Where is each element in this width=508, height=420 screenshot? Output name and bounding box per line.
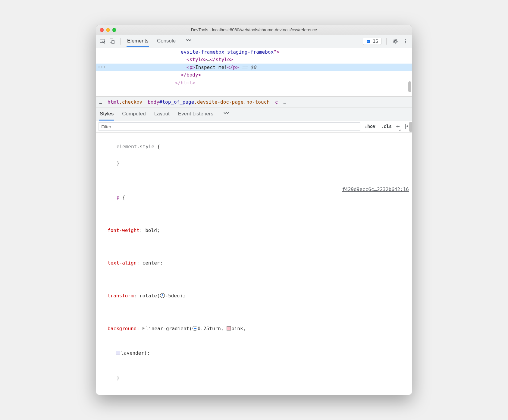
tab-event-listeners[interactable]: Event Listeners (177, 108, 214, 121)
angle-swatch-icon[interactable] (160, 293, 165, 298)
dom-tree[interactable]: evsite-framebox staging-framebox"> <styl… (96, 48, 412, 96)
svg-point-7 (405, 41, 406, 42)
breadcrumb: … html.checkov body#top_of_page.devsite-… (96, 96, 412, 108)
scrollbar-thumb[interactable] (409, 122, 412, 132)
minimize-window-button[interactable] (106, 28, 110, 32)
svg-point-8 (405, 42, 406, 43)
new-style-rule-icon[interactable]: + (396, 123, 400, 130)
tab-computed[interactable]: Computed (121, 108, 146, 121)
main-toolbar: Elements Console 15 (96, 35, 412, 48)
svg-rect-5 (367, 42, 369, 42)
kebab-menu-icon[interactable] (402, 37, 409, 45)
expand-icon[interactable] (143, 327, 145, 330)
svg-rect-2 (112, 40, 114, 44)
tab-console[interactable]: Console (156, 36, 176, 47)
inspect-element-icon[interactable] (99, 37, 106, 45)
tab-elements[interactable]: Elements (127, 36, 149, 47)
dom-line-selected[interactable]: <p>Inspect me!</p> == $0 (96, 64, 412, 71)
styles-body: element.style { } f429d9ecc6c…2232b642:1… (96, 133, 412, 395)
issues-badge[interactable]: 15 (363, 38, 381, 45)
dom-line[interactable]: </body> (96, 71, 412, 79)
zoom-window-button[interactable] (112, 28, 116, 32)
css-declaration[interactable]: font-weight: bold; (99, 226, 409, 234)
svg-point-6 (405, 39, 406, 40)
dom-line[interactable]: </html> (96, 79, 412, 87)
style-rule-element[interactable]: element.style { } (99, 134, 409, 175)
styles-filter-row: :hov .cls + (96, 121, 412, 133)
cls-toggle[interactable]: .cls (380, 123, 393, 130)
tab-styles[interactable]: Styles (99, 108, 114, 121)
devtools-window: DevTools - localhost:8080/web/tools/chro… (96, 25, 412, 395)
hov-toggle[interactable]: :hov (363, 123, 377, 130)
breadcrumb-item-body[interactable]: body#top_of_page.devsite-doc-page.no-tou… (148, 99, 270, 105)
source-link[interactable]: f429d9ecc6c…2232b642:16 (342, 185, 409, 193)
styles-panel-tabs: Styles Computed Layout Event Listeners (96, 108, 412, 121)
scrollbar-thumb[interactable] (408, 81, 411, 92)
dom-line[interactable]: evsite-framebox staging-framebox"> (96, 48, 412, 56)
style-rule-p[interactable]: f429d9ecc6c…2232b642:16 p { font-weight:… (99, 177, 409, 390)
dom-line[interactable]: <style>…</style> (96, 56, 412, 64)
close-window-button[interactable] (100, 28, 104, 32)
separator (120, 38, 121, 45)
gear-icon[interactable] (391, 37, 399, 45)
titlebar: DevTools - localhost:8080/web/tools/chro… (96, 25, 412, 35)
svg-rect-4 (367, 41, 370, 41)
css-declaration[interactable]: transform: rotate(-5deg); (99, 292, 409, 300)
css-declaration[interactable]: text-align: center; (99, 259, 409, 267)
angle-swatch-icon[interactable] (193, 326, 197, 331)
tab-layout[interactable]: Layout (154, 108, 170, 121)
window-title: DevTools - localhost:8080/web/tools/chro… (96, 27, 412, 32)
breadcrumb-ellipsis[interactable]: … (99, 99, 102, 105)
svg-rect-3 (367, 40, 370, 43)
css-declaration[interactable]: background: linear-gradient(0.25turn, pi… (99, 324, 409, 333)
sidebar-toggle-icon[interactable] (403, 124, 409, 129)
more-panel-tabs-icon[interactable] (224, 111, 229, 117)
breadcrumb-ellipsis[interactable]: … (283, 99, 286, 105)
device-toggle-icon[interactable] (108, 37, 116, 45)
separator (386, 38, 387, 45)
issues-count: 15 (373, 39, 378, 44)
breadcrumb-trail[interactable]: c (275, 99, 278, 105)
color-swatch-icon[interactable] (116, 351, 120, 355)
more-tabs-icon[interactable] (186, 39, 191, 44)
css-declaration-wrap[interactable]: lavender); (99, 349, 409, 357)
filter-input[interactable] (99, 122, 360, 131)
window-controls (100, 28, 116, 32)
color-swatch-icon[interactable] (227, 326, 231, 331)
breadcrumb-item-html[interactable]: html.checkov (108, 99, 143, 105)
